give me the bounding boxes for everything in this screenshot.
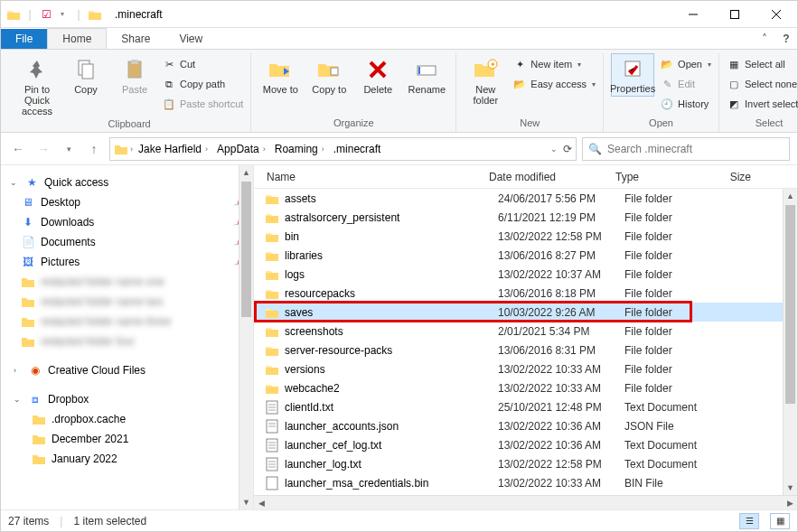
icons-view-button[interactable]: ▦ — [770, 513, 790, 529]
invert-selection-button[interactable]: ◩Invert selection — [727, 95, 798, 113]
nav-creative-cloud[interactable]: ›◉Creative Cloud Files — [1, 360, 253, 380]
edit-icon: ✎ — [660, 77, 674, 91]
recent-locations[interactable]: ▾ — [59, 139, 79, 159]
close-button[interactable] — [756, 1, 797, 28]
file-row[interactable]: server-resource-packs13/06/2016 8:31 PMF… — [254, 341, 797, 359]
delete-button[interactable]: Delete — [356, 53, 399, 95]
copy-to-button[interactable]: Copy to — [307, 53, 351, 95]
file-row[interactable]: clientId.txt25/10/2021 12:48 PMText Docu… — [254, 397, 797, 416]
qat-checkbox[interactable]: ☑ — [39, 7, 53, 22]
addr-dropdown[interactable]: ⌄ — [550, 145, 558, 154]
cut-button[interactable]: ✂Cut — [162, 55, 243, 73]
crumb-1[interactable]: AppData› — [213, 143, 269, 155]
nav-recent-1[interactable]: redacted folder name one — [1, 272, 253, 292]
folder-icon — [265, 210, 279, 225]
pin-icon — [23, 57, 52, 82]
history-button[interactable]: 🕘History — [660, 95, 711, 113]
address-bar[interactable]: › Jake Harfield› AppData› Roaming› .mine… — [109, 137, 577, 161]
new-folder-button[interactable]: ✦ New folder — [464, 53, 507, 106]
properties-button[interactable]: Properties — [611, 53, 654, 97]
quick-access[interactable]: ⌄★Quick access — [1, 173, 253, 192]
column-header[interactable]: Name Date modified Type Size — [254, 165, 797, 189]
list-hscrollbar[interactable]: ◀▶ — [254, 495, 797, 509]
file-type: File folder — [624, 287, 733, 300]
share-tab[interactable]: Share — [107, 29, 164, 49]
maximize-button[interactable] — [714, 1, 756, 28]
file-row[interactable]: launcher_msa_credentials.bin13/02/2022 1… — [254, 473, 797, 492]
file-name: clientId.txt — [285, 401, 498, 414]
rename-button[interactable]: Rename — [405, 53, 448, 95]
file-list[interactable]: assets24/06/2017 5:56 PMFile folderastra… — [254, 189, 797, 495]
nav-recent-3[interactable]: redacted folder name three — [1, 312, 253, 331]
file-row[interactable]: astralsorcery_persistent6/11/2021 12:19 … — [254, 208, 797, 227]
file-row[interactable]: saves10/03/2022 9:26 AMFile folder — [254, 303, 797, 322]
select-none-button[interactable]: ▢Select none — [727, 75, 798, 93]
paste-button[interactable]: Paste — [113, 53, 156, 95]
crumb-3[interactable]: .minecraft — [330, 143, 385, 155]
file-type: File folder — [624, 230, 733, 243]
nav-dec2021[interactable]: December 2021 — [1, 429, 253, 449]
col-type[interactable]: Type — [615, 171, 724, 183]
nav-documents[interactable]: 📄Documents📌 — [1, 232, 253, 252]
file-row[interactable]: resourcepacks13/06/2016 8:18 PMFile fold… — [254, 284, 797, 303]
refresh-button[interactable]: ⟳ — [563, 143, 572, 155]
file-row[interactable]: logs13/02/2022 10:37 AMFile folder — [254, 265, 797, 284]
nav-dropbox-cache[interactable]: .dropbox.cache — [1, 409, 253, 429]
easy-access-button[interactable]: 📂Easy access▾ — [512, 75, 596, 93]
nav-pictures[interactable]: 🖼Pictures📌 — [1, 252, 253, 272]
copy-path-button[interactable]: ⧉Copy path — [162, 75, 243, 93]
home-tab[interactable]: Home — [47, 28, 107, 49]
file-row[interactable]: webcache213/02/2022 10:33 AMFile folder — [254, 378, 797, 397]
view-tab[interactable]: View — [164, 29, 217, 49]
nav-desktop[interactable]: 🖥Desktop📌 — [1, 192, 253, 212]
folder-icon — [265, 286, 279, 301]
delete-icon — [363, 57, 392, 82]
file-row[interactable]: launcher_accounts.json13/02/2022 10:36 A… — [254, 416, 797, 435]
file-name: logs — [285, 268, 498, 281]
minimize-button[interactable] — [672, 1, 714, 28]
file-row[interactable]: screenshots2/01/2021 5:34 PMFile folder — [254, 322, 797, 341]
ribbon-collapse[interactable]: ˄ — [754, 29, 775, 49]
status-item-count: 27 items — [8, 515, 49, 527]
folder-icon — [265, 191, 279, 206]
file-row[interactable]: assets24/06/2017 5:56 PMFile folder — [254, 189, 797, 208]
open-button[interactable]: 📂Open▾ — [660, 55, 711, 73]
edit-button[interactable]: ✎Edit — [660, 75, 711, 93]
crumb-2[interactable]: Roaming› — [271, 143, 328, 155]
open-icon: 📂 — [660, 57, 674, 71]
paste-shortcut-button[interactable]: 📋Paste shortcut — [162, 95, 243, 113]
copy-button[interactable]: Copy — [64, 53, 108, 95]
back-button[interactable]: ← — [8, 139, 28, 159]
qat-dropdown[interactable]: ▾ — [55, 7, 70, 22]
select-all-button[interactable]: ▦Select all — [727, 55, 798, 73]
nav-recent-4[interactable]: redacted folder four — [1, 331, 253, 351]
up-button[interactable]: ↑ — [84, 139, 104, 159]
file-row[interactable]: versions13/02/2022 10:33 AMFile folder — [254, 359, 797, 378]
nav-downloads[interactable]: ⬇Downloads📌 — [1, 212, 253, 232]
search-input[interactable]: 🔍 Search .minecraft — [582, 137, 790, 161]
help-button[interactable]: ? — [775, 29, 797, 49]
nav-recent-2[interactable]: redacted folder name two — [1, 292, 253, 312]
star-icon: ★ — [24, 175, 39, 190]
file-row[interactable]: libraries13/06/2016 8:27 PMFile folder — [254, 246, 797, 265]
file-row[interactable]: launcher_log.txt13/02/2022 12:58 PMText … — [254, 454, 797, 473]
details-view-button[interactable]: ☰ — [739, 513, 759, 529]
new-item-button[interactable]: ✦New item▾ — [512, 55, 596, 73]
copypath-icon: ⧉ — [162, 77, 176, 91]
list-scrollbar[interactable]: ▲ ▼ — [783, 189, 797, 495]
move-to-button[interactable]: Move to — [258, 53, 302, 95]
file-row[interactable]: bin13/02/2022 12:58 PMFile folder — [254, 227, 797, 246]
file-row[interactable]: launcher_cef_log.txt13/02/2022 10:36 AMT… — [254, 435, 797, 454]
folder-icon — [265, 381, 279, 396]
nav-scrollbar[interactable]: ▲ ▼ — [239, 165, 253, 509]
forward-button[interactable]: → — [33, 139, 53, 159]
col-date[interactable]: Date modified — [489, 171, 615, 183]
file-tab[interactable]: File — [1, 29, 47, 49]
pin-to-quick-access-button[interactable]: Pin to Quick access — [15, 53, 59, 117]
col-size[interactable]: Size — [724, 171, 760, 183]
col-name[interactable]: Name — [254, 171, 489, 183]
nav-jan2022[interactable]: January 2022 — [1, 449, 253, 469]
crumb-0[interactable]: Jake Harfield› — [135, 143, 211, 155]
nav-dropbox[interactable]: ⌄⧈Dropbox — [1, 389, 253, 409]
file-date: 13/02/2022 10:33 AM — [498, 363, 624, 376]
